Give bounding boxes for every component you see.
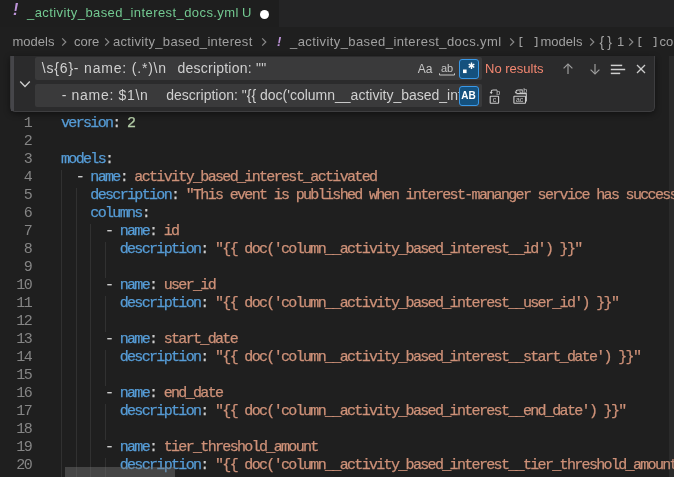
svg-text:ac: ac	[516, 96, 524, 103]
svg-text:Aa: Aa	[418, 62, 433, 76]
svg-text:c: c	[493, 96, 497, 103]
svg-text:ab: ab	[519, 88, 527, 95]
svg-text:AB: AB	[461, 90, 475, 101]
svg-text:b: b	[496, 88, 500, 97]
svg-text:ab: ab	[441, 62, 453, 74]
